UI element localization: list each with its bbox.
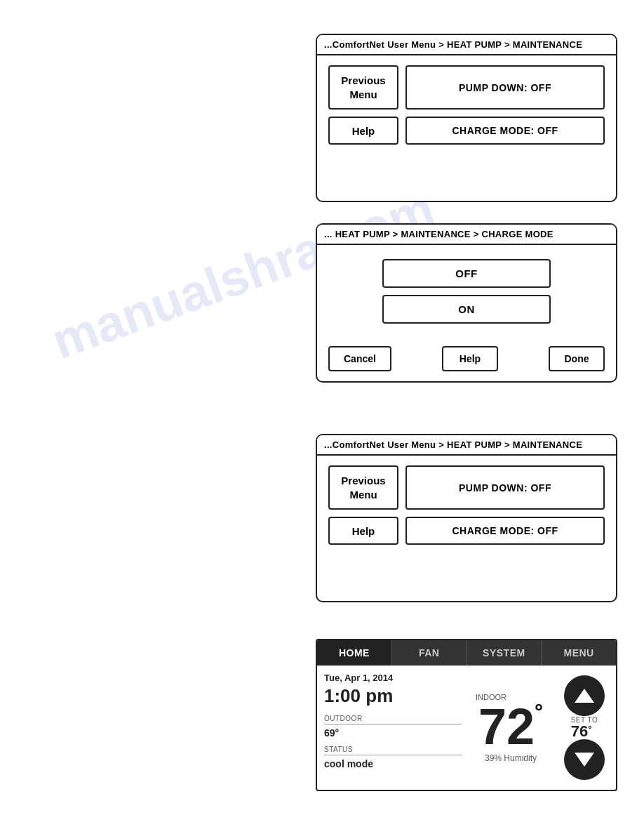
breadcrumb-1: ...ComfortNet User Menu > HEAT PUMP > MA…: [317, 35, 616, 55]
set-to-unit: °: [588, 724, 591, 734]
prev-menu-button-2[interactable]: Previous Menu: [328, 465, 398, 510]
charge-mode-button-2[interactable]: CHARGE MODE: OFF: [405, 517, 605, 545]
status-label: STATUS: [324, 746, 462, 755]
arrow-down-icon: [575, 753, 594, 767]
cancel-button[interactable]: Cancel: [328, 346, 391, 371]
maintenance-panel-1: ...ComfortNet User Menu > HEAT PUMP > MA…: [316, 34, 617, 202]
home-content: Tue, Apr 1, 2014 1:00 pm OUTDOOR 69° STA…: [317, 666, 616, 790]
help-button-1[interactable]: Help: [328, 117, 398, 145]
outdoor-value: 69°: [324, 727, 462, 739]
breadcrumb-2: ... HEAT PUMP > MAINTENANCE > CHARGE MOD…: [317, 225, 616, 245]
help-button-2[interactable]: Help: [442, 346, 498, 371]
home-humidity: 39% Humidity: [485, 753, 537, 763]
breadcrumb-3: ...ComfortNet User Menu > HEAT PUMP > MA…: [317, 435, 616, 456]
set-to-value-display: 76°: [571, 724, 598, 739]
home-left: Tue, Apr 1, 2014 1:00 pm OUTDOOR 69° STA…: [324, 673, 462, 783]
prev-menu-button-1[interactable]: Previous Menu: [328, 65, 398, 110]
panel-body-1: Previous Menu PUMP DOWN: OFF Help CHARGE…: [317, 55, 616, 166]
home-temp: 72: [478, 701, 535, 752]
status-value: cool mode: [324, 758, 462, 769]
home-date: Tue, Apr 1, 2014: [324, 673, 462, 683]
tab-fan[interactable]: FAN: [392, 640, 467, 666]
tab-menu[interactable]: MENU: [542, 640, 616, 666]
temp-unit: °: [535, 701, 543, 722]
temp-up-button[interactable]: [564, 675, 605, 716]
help-button-3[interactable]: Help: [328, 517, 398, 545]
pump-down-button-1[interactable]: PUMP DOWN: OFF: [405, 65, 605, 110]
outdoor-label: OUTDOOR: [324, 715, 462, 724]
pump-down-button-2[interactable]: PUMP DOWN: OFF: [405, 465, 605, 510]
home-temp-display: 72°: [478, 701, 543, 752]
home-right: SET TO 76°: [560, 673, 609, 783]
set-to-display: SET TO 76°: [571, 716, 598, 739]
on-option-button[interactable]: ON: [382, 295, 551, 324]
tab-system[interactable]: SYSTEM: [467, 640, 542, 666]
charge-body: OFF ON: [317, 245, 616, 324]
home-time: 1:00 pm: [324, 686, 462, 706]
home-center: INDOOR 72° 39% Humidity: [469, 673, 553, 783]
done-button[interactable]: Done: [549, 346, 605, 371]
temp-down-button[interactable]: [564, 739, 605, 780]
charge-mode-button-1[interactable]: CHARGE MODE: OFF: [405, 117, 605, 145]
off-option-button[interactable]: OFF: [382, 259, 551, 288]
charge-mode-panel: ... HEAT PUMP > MAINTENANCE > CHARGE MOD…: [316, 223, 617, 383]
tab-home[interactable]: HOME: [317, 640, 392, 666]
panel-body-2: Previous Menu PUMP DOWN: OFF Help CHARGE…: [317, 456, 616, 566]
maintenance-panel-2: ...ComfortNet User Menu > HEAT PUMP > MA…: [316, 434, 617, 602]
set-to-value: 76: [571, 724, 588, 739]
arrow-up-icon: [575, 689, 594, 703]
home-panel: HOME FAN SYSTEM MENU Tue, Apr 1, 2014 1:…: [316, 639, 617, 791]
charge-footer: Cancel Help Done: [317, 335, 616, 381]
home-tabs: HOME FAN SYSTEM MENU: [317, 640, 616, 666]
